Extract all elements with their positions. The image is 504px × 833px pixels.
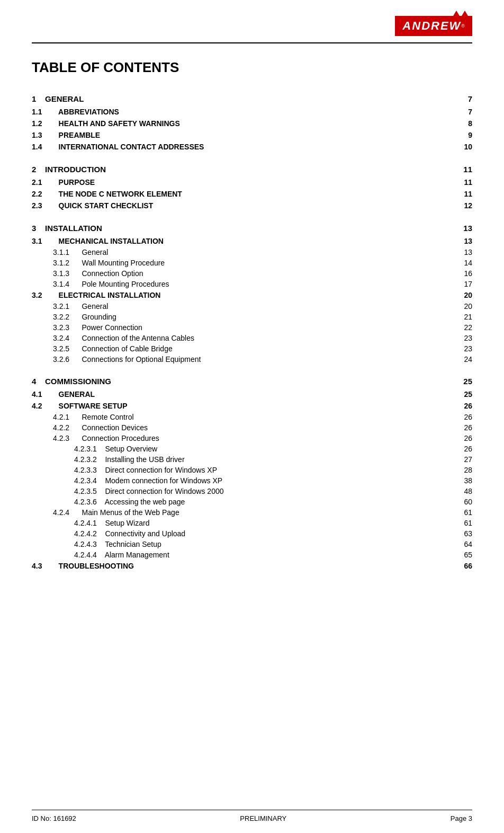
toc-item-3: 3 INSTALLATION 13 xyxy=(32,221,472,235)
toc-item-4-1: 4.1 GENERAL 25 xyxy=(32,388,472,400)
toc-content: 1 GENERAL 7 1.1 ABBREVIATIONS 7 1.2 HEAL… xyxy=(32,92,472,572)
toc-item-4-2-3: 4.2.3 Connection Procedures 26 xyxy=(32,433,472,444)
toc-page-1-1: 7 xyxy=(451,108,472,116)
page-container: ANDREW® TABLE OF CONTENTS 1 GENERAL 7 1.… xyxy=(0,0,504,833)
toc-item-2-1: 2.1 PURPOSE 11 xyxy=(32,176,472,188)
logo-text: ANDREW xyxy=(402,19,461,33)
toc-item-3-2-5: 3.2.5 Connection of Cable Bridge 23 xyxy=(32,343,472,354)
toc-item-4-2-1: 4.2.1 Remote Control 26 xyxy=(32,412,472,422)
page-header: ANDREW® xyxy=(32,16,472,43)
toc-item-4-3: 4.3 TROUBLESHOOTING 66 xyxy=(32,560,472,572)
toc-item-3-1-2: 3.1.2 Wall Mounting Procedure 14 xyxy=(32,258,472,268)
footer-id: ID No: 161692 xyxy=(32,814,76,822)
toc-item-3-1-3: 3.1.3 Connection Option 16 xyxy=(32,268,472,279)
toc-item-3-2-1: 3.2.1 General 20 xyxy=(32,301,472,312)
toc-item-4: 4 COMMISSIONING 25 xyxy=(32,374,472,388)
toc-section-1: 1 GENERAL 7 1.1 ABBREVIATIONS 7 1.2 HEAL… xyxy=(32,92,472,153)
page-title: TABLE OF CONTENTS xyxy=(32,59,472,76)
toc-item-4-2-3-6: 4.2.3.6 Accessing the web page 60 xyxy=(32,497,472,507)
toc-item-4-2-3-5: 4.2.3.5 Direct connection for Windows 20… xyxy=(32,486,472,497)
toc-item-2-2: 2.2 THE NODE C NETWORK ELEMENT 11 xyxy=(32,188,472,200)
toc-item-2-3: 2.3 QUICK START CHECKLIST 12 xyxy=(32,200,472,211)
toc-page-1: 7 xyxy=(451,94,472,103)
toc-item-1-3: 1.3 PREAMBLE 9 xyxy=(32,129,472,141)
toc-item-3-2-3: 3.2.3 Power Connection 22 xyxy=(32,322,472,333)
toc-item-4-2-3-1: 4.2.3.1 Setup Overview 26 xyxy=(32,444,472,454)
toc-item-4-2-3-4: 4.2.3.4 Modem connection for Windows XP … xyxy=(32,475,472,486)
toc-item-4-2-4-4: 4.2.4.4 Alarm Management 65 xyxy=(32,550,472,560)
logo-registered: ® xyxy=(461,23,465,29)
toc-label-1: 1 GENERAL xyxy=(32,94,451,103)
toc-item-1-1: 1.1 ABBREVIATIONS 7 xyxy=(32,106,472,118)
toc-item-1-4: 1.4 INTERNATIONAL CONTACT ADDRESSES 10 xyxy=(32,141,472,153)
toc-item-4-2-4-2: 4.2.4.2 Connectivity and Upload 63 xyxy=(32,528,472,539)
page-footer: ID No: 161692 PRELIMINARY Page 3 xyxy=(32,810,472,822)
toc-section-3: 3 INSTALLATION 13 3.1 MECHANICAL INSTALL… xyxy=(32,221,472,365)
toc-item-3-2: 3.2 ELECTRICAL INSTALLATION 20 xyxy=(32,289,472,301)
footer-page: Page 3 xyxy=(451,814,472,822)
toc-item-4-2-4-1: 4.2.4.1 Setup Wizard 61 xyxy=(32,518,472,528)
toc-item-2: 2 INTRODUCTION 11 xyxy=(32,162,472,176)
toc-item-3-2-2: 3.2.2 Grounding 21 xyxy=(32,312,472,322)
toc-item-4-2-4-3: 4.2.4.3 Technician Setup 64 xyxy=(32,539,472,550)
toc-item-3-2-4: 3.2.4 Connection of the Antenna Cables 2… xyxy=(32,333,472,343)
toc-section-2: 2 INTRODUCTION 11 2.1 PURPOSE 11 2.2 THE… xyxy=(32,162,472,211)
toc-item-4-2-3-3: 4.2.3.3 Direct connection for Windows XP… xyxy=(32,465,472,475)
toc-item-3-1-1: 3.1.1 General 13 xyxy=(32,247,472,258)
toc-item-3-2-6: 3.2.6 Connections for Optional Equipment… xyxy=(32,354,472,365)
toc-section-4: 4 COMMISSIONING 25 4.1 GENERAL 25 4.2 SO… xyxy=(32,374,472,572)
toc-item-1-2: 1.2 HEALTH AND SAFETY WARNINGS 8 xyxy=(32,118,472,129)
footer-status: PRELIMINARY xyxy=(240,814,286,822)
toc-item-4-2-2: 4.2.2 Connection Devices 26 xyxy=(32,422,472,433)
toc-item-3-1: 3.1 MECHANICAL INSTALLATION 13 xyxy=(32,235,472,247)
logo-container: ANDREW® xyxy=(395,16,472,36)
toc-item-4-2-3-2: 4.2.3.2 Installing the USB driver 27 xyxy=(32,454,472,465)
toc-item-3-1-4: 3.1.4 Pole Mounting Procedures 17 xyxy=(32,279,472,289)
toc-item-4-2: 4.2 SOFTWARE SETUP 26 xyxy=(32,400,472,412)
toc-item-1: 1 GENERAL 7 xyxy=(32,92,472,106)
andrew-logo: ANDREW® xyxy=(395,16,472,36)
toc-item-4-2-4: 4.2.4 Main Menus of the Web Page 61 xyxy=(32,507,472,518)
